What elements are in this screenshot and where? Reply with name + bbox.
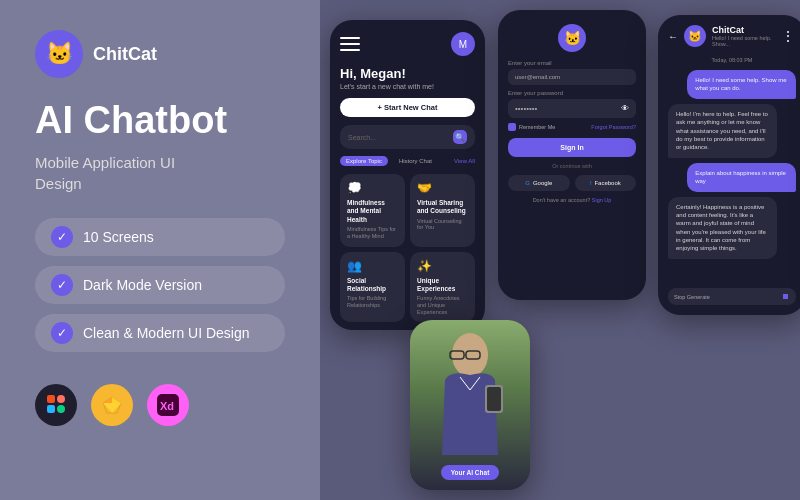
virtual-icon: 🤝 bbox=[417, 181, 468, 195]
card-sub-virtual: Virtual Counseling for You bbox=[417, 218, 468, 231]
logo-row: 🐱 ChitCat bbox=[35, 30, 285, 78]
feature-darkmode: ✓ Dark Mode Version bbox=[35, 266, 285, 304]
message-list: Hello! I need some help. Show me what yo… bbox=[668, 70, 796, 283]
card-sub-unique: Funny Anecdotes and Unique Experiences bbox=[417, 295, 468, 315]
password-dots: •••••••• bbox=[515, 104, 537, 113]
phone-login: 🐱 Enter your email user@email.com Enter … bbox=[498, 10, 646, 300]
check-icon-darkmode: ✓ bbox=[51, 274, 73, 296]
phone-photo: Your AI Chat bbox=[410, 320, 530, 490]
greeting-text: Hi, Megan! bbox=[340, 66, 475, 81]
search-placeholder: Search... bbox=[348, 134, 376, 141]
or-divider-text: Or continue with bbox=[508, 163, 636, 169]
card-unique[interactable]: ✨ Unique Experiences Funny Anecdotes and… bbox=[410, 252, 475, 323]
login-logo: 🐱 bbox=[558, 24, 586, 52]
mindfulness-icon: 💭 bbox=[347, 181, 398, 195]
search-bar[interactable]: Search... 🔍 bbox=[340, 125, 475, 149]
feature-list: ✓ 10 Screens ✓ Dark Mode Version ✓ Clean… bbox=[35, 218, 285, 352]
search-icon[interactable]: 🔍 bbox=[453, 130, 467, 144]
email-input[interactable]: user@email.com bbox=[508, 69, 636, 85]
right-panel: M Hi, Megan! Let's start a new chat with… bbox=[320, 0, 800, 500]
card-sub-social: Tips for Building Relationships bbox=[347, 295, 398, 308]
unique-icon: ✨ bbox=[417, 259, 468, 273]
tab-viewall[interactable]: View All bbox=[454, 158, 475, 164]
email-label: Enter your email bbox=[508, 60, 636, 66]
card-title-virtual: Virtual Sharing and Counseling bbox=[417, 199, 468, 216]
bot-name: ChitCat bbox=[712, 25, 775, 35]
chat-header: ← 🐱 ChitCat Hello! I need some help. Sho… bbox=[668, 25, 796, 47]
remember-label: Remember Me bbox=[519, 124, 555, 130]
google-button[interactable]: G Google bbox=[508, 175, 570, 191]
main-title: AI Chatbot bbox=[35, 100, 285, 142]
xd-icon: Xd bbox=[147, 384, 189, 426]
time-label: Today, 08:03 PM bbox=[668, 57, 796, 63]
topic-cards: 💭 Mindfulness and Mental Health Mindfuln… bbox=[340, 174, 475, 322]
social-icon: 👥 bbox=[347, 259, 398, 273]
eye-icon[interactable]: 👁 bbox=[621, 104, 629, 113]
figma-icon bbox=[35, 384, 77, 426]
logo-text: ChitCat bbox=[93, 44, 157, 65]
bot-avatar: 🐱 bbox=[684, 25, 706, 47]
facebook-icon: f bbox=[590, 180, 592, 186]
signup-link[interactable]: Sign Up bbox=[592, 197, 612, 203]
sub-title: Mobile Application UIDesign bbox=[35, 152, 285, 194]
check-icon-screens: ✓ bbox=[51, 226, 73, 248]
tool-icons: Xd bbox=[35, 384, 285, 426]
card-title-social: Social Relationship bbox=[347, 277, 398, 294]
message-bot-2: Certainly! Happiness is a positive and c… bbox=[668, 197, 777, 259]
logo-icon: 🐱 bbox=[35, 30, 83, 78]
chat-chip: Your AI Chat bbox=[441, 465, 500, 480]
tab-explore[interactable]: Explore Topic bbox=[340, 156, 388, 166]
svg-rect-1 bbox=[57, 395, 65, 403]
message-user-2: Explain about happiness in simple way bbox=[687, 163, 796, 192]
svg-rect-16 bbox=[487, 387, 501, 411]
svg-rect-0 bbox=[47, 395, 55, 403]
google-icon: G bbox=[525, 180, 530, 186]
card-virtual[interactable]: 🤝 Virtual Sharing and Counseling Virtual… bbox=[410, 174, 475, 247]
email-value: user@email.com bbox=[515, 74, 560, 80]
svg-text:Xd: Xd bbox=[160, 400, 174, 412]
card-title-unique: Unique Experiences bbox=[417, 277, 468, 294]
menu-icon bbox=[340, 37, 360, 51]
feature-design: ✓ Clean & Modern UI Design bbox=[35, 314, 285, 352]
card-title-mindfulness: Mindfulness and Mental Health bbox=[347, 199, 398, 224]
password-input[interactable]: •••••••• 👁 bbox=[508, 99, 636, 118]
svg-point-4 bbox=[57, 405, 65, 413]
sketch-icon bbox=[91, 384, 133, 426]
card-sub-mindfulness: Mindfulness Tips for a Healthy Mind bbox=[347, 226, 398, 239]
no-account-text: Don't have an account? Sign Up bbox=[508, 197, 636, 203]
topic-tabs: Explore Topic History Chat View All bbox=[340, 156, 475, 166]
left-panel: 🐱 ChitCat AI Chatbot Mobile Application … bbox=[0, 0, 320, 500]
message-user-1: Hello! I need some help. Show me what yo… bbox=[687, 70, 796, 99]
stop-icon: ⏹ bbox=[782, 292, 790, 301]
greeting-subtitle: Let's start a new chat with me! bbox=[340, 83, 475, 90]
message-bot-1: Hello! I'm here to help. Feel free to as… bbox=[668, 104, 777, 158]
remember-me-row: Remember Me bbox=[508, 123, 555, 131]
card-mindfulness[interactable]: 💭 Mindfulness and Mental Health Mindfuln… bbox=[340, 174, 405, 247]
bot-status: Hello! I need some help. Show... bbox=[712, 35, 775, 47]
back-button[interactable]: ← bbox=[668, 31, 678, 42]
svg-rect-3 bbox=[47, 405, 55, 413]
stop-generate-bar[interactable]: Stop Generate ⏹ bbox=[668, 288, 796, 305]
tab-history[interactable]: History Chat bbox=[393, 156, 438, 166]
forgot-password-link[interactable]: Forgot Password? bbox=[591, 124, 636, 130]
check-icon-design: ✓ bbox=[51, 322, 73, 344]
social-buttons: G Google f Facebook bbox=[508, 175, 636, 191]
card-social[interactable]: 👥 Social Relationship Tips for Building … bbox=[340, 252, 405, 323]
svg-point-11 bbox=[452, 333, 488, 377]
user-avatar: M bbox=[451, 32, 475, 56]
phone-conversation: ← 🐱 ChitCat Hello! I need some help. Sho… bbox=[658, 15, 800, 315]
phone-chat-home: M Hi, Megan! Let's start a new chat with… bbox=[330, 20, 485, 330]
remember-checkbox[interactable] bbox=[508, 123, 516, 131]
password-label: Enter your password bbox=[508, 90, 636, 96]
facebook-button[interactable]: f Facebook bbox=[575, 175, 637, 191]
more-options-icon[interactable]: ⋮ bbox=[781, 28, 796, 44]
signin-button[interactable]: Sign In bbox=[508, 138, 636, 157]
new-chat-button[interactable]: + Start New Chat bbox=[340, 98, 475, 117]
feature-screens: ✓ 10 Screens bbox=[35, 218, 285, 256]
